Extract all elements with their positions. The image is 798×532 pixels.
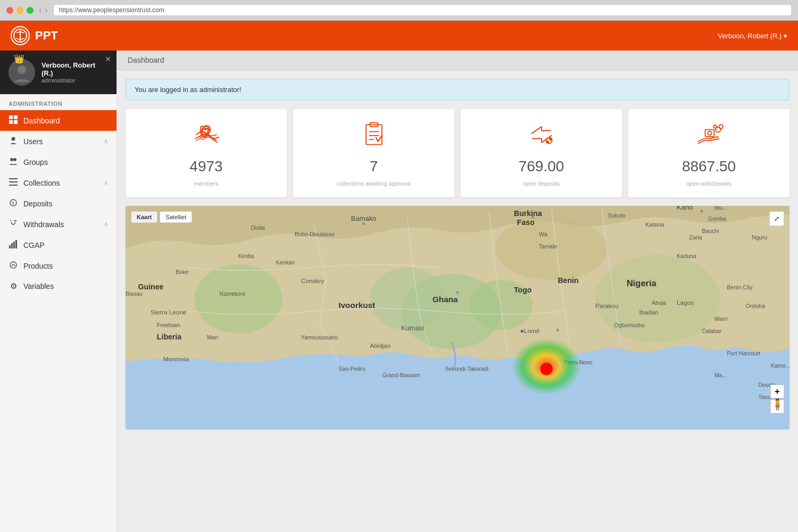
sidebar-item-label: Collections — [23, 179, 60, 187]
close-button[interactable] — [6, 7, 13, 14]
stat-number-members: 4973 — [189, 158, 222, 175]
forward-button[interactable]: › — [45, 5, 47, 15]
svg-rect-19 — [13, 242, 15, 248]
svg-text:Bissau: Bissau — [126, 290, 143, 297]
svg-text:Bamako: Bamako — [351, 214, 376, 222]
sidebar-item-label: Users — [23, 137, 43, 146]
svg-text:Warri: Warri — [714, 315, 728, 322]
map-svg: Bamako Burkina Faso Kano Guinee Ivoorkus… — [126, 206, 789, 429]
sidebar-item-cgap[interactable]: CGAP — [0, 235, 117, 255]
handshake-icon — [192, 120, 221, 153]
svg-point-29 — [546, 141, 548, 143]
svg-text:Abuja: Abuja — [652, 300, 666, 306]
map-tab-satelliet[interactable]: Satelliet — [160, 211, 192, 223]
svg-text:Bauchi: Bauchi — [702, 228, 719, 234]
dashboard-icon — [9, 115, 18, 126]
page-title: Dashboard — [128, 56, 164, 64]
svg-text:Freetown: Freetown — [157, 322, 180, 328]
svg-rect-12 — [9, 185, 18, 186]
svg-text:Guinee: Guinee — [138, 282, 164, 291]
zoom-in-button[interactable]: + — [770, 385, 784, 398]
svg-text:Faso: Faso — [517, 218, 535, 227]
svg-rect-17 — [9, 245, 11, 248]
brand-logo — [11, 26, 30, 45]
svg-text:Sekondi-Takoradi: Sekondi-Takoradi — [445, 365, 488, 372]
svg-text:San-Pedro: San-Pedro — [338, 365, 365, 372]
sidebar-item-dashboard[interactable]: Dashboard — [0, 110, 117, 131]
stat-number-collections: 7 — [370, 158, 378, 175]
browser-chrome: ‹ › https://www.peoplespensiontrust.com — [0, 0, 798, 21]
map-tab-kaart[interactable]: Kaart — [131, 211, 157, 223]
traffic-lights — [6, 7, 34, 14]
sidebar-item-groups[interactable]: Groups — [0, 152, 117, 172]
svg-rect-6 — [14, 120, 18, 124]
avatar: 👑 — [9, 59, 35, 86]
hand-money-icon — [694, 120, 724, 153]
svg-text:Kumasi: Kumasi — [401, 324, 424, 332]
crown-icon: 👑 — [14, 54, 24, 64]
svg-text:Nzerekore: Nzerekore — [220, 290, 246, 297]
svg-text:Conakry: Conakry — [301, 277, 325, 284]
map-controls: Kaart Satelliet — [131, 211, 192, 223]
user-panel: 👑 Verboon, Robert (R.) administrator ✕ — [0, 51, 117, 94]
svg-rect-5 — [9, 120, 13, 124]
svg-point-35 — [713, 125, 717, 128]
chevron-up-icon: ∧ — [104, 138, 108, 145]
svg-text:Gombe: Gombe — [708, 215, 727, 222]
maximize-button[interactable] — [27, 7, 34, 14]
map-container: Bamako Burkina Faso Kano Guinee Ivoorkus… — [126, 206, 789, 429]
svg-text:Togo: Togo — [514, 286, 532, 294]
page-header: Dashboard — [117, 51, 798, 70]
svg-point-41 — [195, 264, 282, 334]
svg-text:Kaduna: Kaduna — [677, 253, 696, 259]
sidebar-item-withdrawals[interactable]: Withdrawals ∧ — [0, 214, 117, 235]
stat-card-deposits: 769.00 open deposits — [461, 109, 622, 197]
app-wrapper: PPT Verboon, Robert (R.) ▾ 👑 Verboon, Ro… — [0, 21, 798, 532]
groups-icon — [9, 157, 18, 167]
svg-text:Biu...: Biu... — [714, 206, 727, 211]
sidebar-item-users[interactable]: Users ∧ — [0, 131, 117, 152]
svg-text:Dioila: Dioila — [251, 225, 265, 231]
svg-text:Nigeria: Nigeria — [627, 278, 657, 288]
user-menu[interactable]: Verboon, Robert (R.) ▾ — [718, 32, 787, 40]
stat-label-withdrawals: open withdrawals — [686, 180, 732, 187]
address-bar[interactable]: https://www.peoplespensiontrust.com — [53, 4, 792, 16]
nav-section-label: ADMINISTRATION — [0, 94, 117, 110]
svg-text:Port Harcourt: Port Harcourt — [727, 350, 760, 356]
minimize-button[interactable] — [16, 7, 23, 14]
sidebar-item-label: Variables — [23, 282, 54, 290]
svg-point-8 — [10, 158, 13, 161]
svg-rect-10 — [9, 178, 18, 179]
user-info: Verboon, Robert (R.) administrator — [41, 61, 108, 84]
variables-icon: ⚙ — [9, 281, 18, 291]
svg-text:Ogbomosho: Ogbomosho — [614, 322, 645, 328]
svg-point-47 — [556, 329, 559, 331]
map-expand-button[interactable]: ⤢ — [769, 211, 784, 226]
users-icon — [9, 136, 18, 146]
sidebar-close-button[interactable]: ✕ — [105, 55, 111, 63]
svg-text:Calabar: Calabar — [702, 328, 722, 334]
back-button[interactable]: ‹ — [39, 5, 41, 15]
svg-point-21 — [10, 262, 16, 268]
stat-label-deposits: open deposits — [523, 180, 560, 187]
stat-card-collections: 7 collections awaiting approval — [293, 109, 454, 197]
sidebar-item-products[interactable]: Products — [0, 255, 117, 276]
svg-point-43 — [362, 222, 365, 225]
map-person-icon: 🧍 — [771, 398, 784, 411]
sidebar-item-deposits[interactable]: $ Deposits — [0, 193, 117, 214]
user-name: Verboon, Robert (R.) — [41, 61, 108, 77]
svg-point-45 — [701, 210, 703, 212]
sidebar-item-collections[interactable]: Collections ∧ — [0, 172, 117, 193]
svg-text:Zaria: Zaria — [689, 234, 702, 240]
clipboard-icon — [359, 120, 389, 153]
stat-label-collections: collections awaiting approval — [336, 180, 411, 187]
svg-point-15 — [11, 220, 13, 221]
svg-rect-3 — [9, 115, 13, 119]
sidebar-item-variables[interactable]: ⚙ Variables — [0, 276, 117, 296]
sidebar-item-label: Withdrawals — [23, 220, 64, 229]
svg-text:Abidjan: Abidjan — [370, 342, 390, 349]
svg-point-34 — [719, 124, 722, 128]
sidebar-item-label: CGAP — [23, 241, 45, 250]
svg-point-104 — [540, 363, 553, 376]
svg-point-46 — [456, 292, 459, 294]
